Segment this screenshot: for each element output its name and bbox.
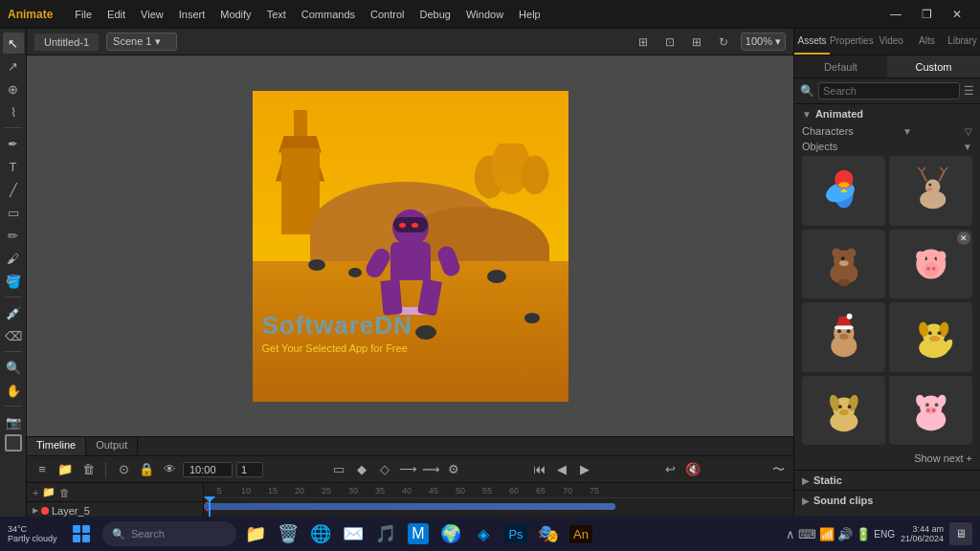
layer-delete-icon[interactable]: 🗑 — [59, 487, 70, 498]
add-folder-button[interactable]: 📁 — [56, 460, 75, 479]
sound-section-header[interactable]: ▶ Sound clips — [802, 495, 972, 506]
prev-frame-button[interactable]: ◀ — [552, 460, 571, 479]
menu-insert[interactable]: Insert — [172, 7, 212, 22]
maximize-button[interactable]: ❐ — [911, 0, 942, 29]
document-tab[interactable]: Untitled-1 — [34, 33, 99, 51]
paint-bucket-tool[interactable]: 🪣 — [3, 271, 24, 292]
select-tool[interactable]: ↖ — [3, 33, 24, 54]
asset-dog2[interactable] — [802, 376, 885, 446]
search-input[interactable] — [818, 82, 960, 99]
taskbar-icon-trash[interactable]: 🗑️ — [273, 518, 303, 549]
insert-frame-button[interactable]: ▭ — [329, 460, 348, 479]
new-layer-button[interactable]: ≡ — [33, 460, 52, 479]
asset-deer[interactable] — [889, 156, 972, 226]
sub-tab-custom[interactable]: Custom — [887, 55, 980, 77]
taskbar-icon-mail[interactable]: ✉️ — [338, 518, 368, 549]
filter-icon[interactable]: ☰ — [964, 84, 974, 98]
asset-santa-dog[interactable] — [802, 302, 885, 372]
taskbar-icon-app1[interactable]: ◈ — [468, 518, 499, 549]
menu-modify[interactable]: Modify — [213, 7, 257, 22]
lock-layer-button[interactable]: 🔒 — [137, 460, 156, 479]
layer-add-icon[interactable]: + — [33, 487, 38, 498]
taskbar-icon-chrome[interactable]: 🌍 — [435, 518, 466, 549]
line-tool[interactable]: ╱ — [3, 179, 24, 200]
menu-help[interactable]: Help — [512, 7, 547, 22]
start-button[interactable] — [64, 520, 99, 547]
panel-tab-library[interactable]: Library — [945, 29, 980, 55]
asset-parrot[interactable] — [802, 156, 885, 226]
tray-battery-icon[interactable]: 🔋 — [856, 527, 871, 541]
rotate-icon[interactable]: ↻ — [714, 33, 733, 52]
subselect-tool[interactable]: ↗ — [3, 55, 24, 77]
zoom-tool[interactable]: 🔍 — [3, 357, 24, 378]
close-asset-icon[interactable]: ✕ — [957, 231, 970, 245]
loop-button[interactable]: ↩ — [660, 460, 679, 479]
taskbar-search[interactable]: 🔍 Search — [102, 521, 236, 546]
delete-layer-button[interactable]: 🗑 — [78, 460, 98, 479]
asset-dog[interactable] — [889, 302, 972, 372]
tray-wifi-icon[interactable]: 📶 — [819, 527, 835, 541]
motion-tween-button[interactable]: ⟶ — [398, 460, 417, 479]
panel-tab-alts[interactable]: Alts — [909, 29, 945, 55]
panel-tab-assets[interactable]: Assets — [794, 29, 830, 55]
menu-commands[interactable]: Commands — [295, 7, 362, 22]
hand-tool[interactable]: ✋ — [3, 380, 24, 401]
eraser-tool[interactable]: ⌫ — [3, 325, 24, 346]
first-frame-button[interactable]: ⏮ — [529, 460, 548, 479]
taskbar-icon-animate[interactable]: An — [566, 518, 596, 549]
motion-editor-icon[interactable]: ⊞ — [634, 33, 653, 52]
camera-tool[interactable]: 📷 — [3, 411, 24, 432]
filter-funnel-icon[interactable]: ▽ — [965, 126, 972, 137]
tab-timeline[interactable]: Timeline — [27, 437, 86, 455]
characters-sub-header[interactable]: Characters ▼ ▽ — [802, 125, 972, 137]
show-next[interactable]: Show next + — [802, 451, 972, 466]
menu-text[interactable]: Text — [260, 7, 293, 22]
tray-sound-icon[interactable]: 🔊 — [837, 527, 853, 541]
objects-sub-header[interactable]: Objects ▼ — [802, 141, 972, 152]
minimize-button[interactable]: — — [880, 0, 911, 29]
taskbar-icon-browser[interactable]: 🌐 — [305, 518, 336, 549]
taskbar-icon-app2[interactable]: 🎭 — [533, 518, 564, 549]
taskbar-icon-media[interactable]: 🎵 — [370, 518, 401, 549]
waveform-button[interactable]: 〜 — [768, 460, 788, 479]
scene-select[interactable]: Scene 1 ▾ — [106, 33, 176, 51]
eyedropper-tool[interactable]: 💉 — [3, 302, 24, 323]
pencil-tool[interactable]: ✏ — [3, 225, 24, 246]
asset-bear[interactable] — [802, 230, 885, 299]
fps-button[interactable]: ⚙ — [444, 460, 463, 479]
panel-tab-video[interactable]: Video — [874, 29, 909, 55]
close-button[interactable]: ✕ — [942, 0, 972, 29]
free-transform-tool[interactable]: ⊕ — [3, 78, 24, 99]
tray-keyboard-icon[interactable]: ⌨ — [798, 527, 816, 541]
tray-up-arrow-icon[interactable]: ∧ — [786, 527, 795, 541]
layer-folder-icon[interactable]: 📁 — [42, 486, 56, 498]
rectangle-tool[interactable]: ▭ — [3, 202, 24, 223]
sub-tab-default[interactable]: Default — [794, 55, 887, 77]
frame-input[interactable] — [236, 462, 263, 477]
menu-edit[interactable]: Edit — [100, 7, 132, 22]
menu-debug[interactable]: Debug — [413, 7, 457, 22]
keyframe-button[interactable]: ◆ — [352, 460, 371, 479]
tab-output[interactable]: Output — [86, 437, 138, 455]
brush-tool[interactable]: 🖌 — [3, 248, 24, 269]
menu-view[interactable]: View — [134, 7, 170, 22]
shape-tween-button[interactable]: ⟿ — [421, 460, 440, 479]
align-icon[interactable]: ⊞ — [687, 33, 706, 52]
panel-tab-properties[interactable]: Properties — [830, 29, 874, 55]
pen-tool[interactable]: ✒ — [3, 133, 24, 154]
text-tool[interactable]: T — [3, 156, 24, 177]
time-input[interactable] — [183, 462, 233, 477]
zoom-select[interactable]: 100% ▾ — [741, 33, 786, 51]
asset-pig[interactable]: ✕ — [889, 230, 972, 299]
static-section-header[interactable]: ▶ Static — [802, 474, 972, 486]
mute-button[interactable]: 🔇 — [683, 460, 702, 479]
asset-pig2[interactable] — [889, 376, 972, 446]
snap-icon[interactable]: ⊡ — [660, 33, 679, 52]
lasso-tool[interactable]: ⌇ — [3, 101, 24, 122]
play-button[interactable]: ▶ — [575, 460, 594, 479]
menu-window[interactable]: Window — [459, 7, 510, 22]
visibility-button[interactable]: 👁 — [160, 460, 179, 479]
blank-keyframe-button[interactable]: ◇ — [375, 460, 394, 479]
menu-control[interactable]: Control — [364, 7, 411, 22]
menu-file[interactable]: File — [68, 7, 99, 22]
